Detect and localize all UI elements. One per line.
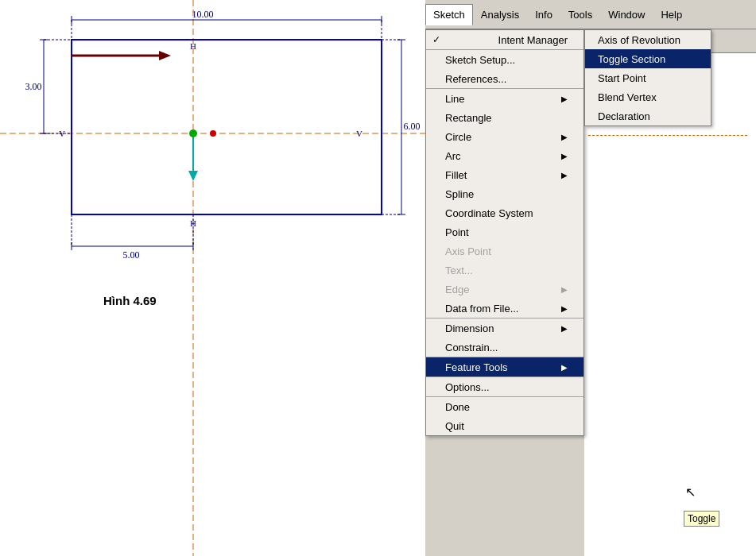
- svg-text:3.00: 3.00: [25, 81, 42, 92]
- menu-feature-tools[interactable]: Feature Tools ▶: [426, 357, 583, 376]
- tooltip-toggle: Toggle: [684, 511, 719, 527]
- menu-fillet[interactable]: Fillet ▶: [426, 165, 583, 184]
- menu-line[interactable]: Line ▶: [426, 89, 583, 108]
- svg-text:H: H: [190, 218, 196, 228]
- submenu-start-point[interactable]: Start Point: [585, 68, 711, 87]
- menu-done[interactable]: Done: [426, 397, 583, 416]
- menu-quit[interactable]: Quit: [426, 416, 583, 435]
- right-dashed-line: [588, 135, 747, 136]
- submenu-declaration[interactable]: Declaration: [585, 106, 711, 125]
- menu-section-4: Dimension ▶ Constrain...: [426, 319, 583, 357]
- menu-arc[interactable]: Arc ▶: [426, 146, 583, 165]
- svg-point-35: [189, 129, 197, 137]
- svg-point-36: [210, 130, 216, 137]
- menu-section-7: Done Quit: [426, 397, 583, 435]
- svg-marker-32: [159, 51, 171, 60]
- menu-options[interactable]: Options...: [426, 377, 583, 396]
- menu-dimension[interactable]: Dimension ▶: [426, 319, 583, 338]
- menu-section-2: Sketch Setup... References...: [426, 50, 583, 89]
- menu-section-6: Options...: [426, 377, 583, 397]
- svg-text:10.00: 10.00: [192, 9, 214, 20]
- svg-rect-2: [72, 40, 382, 214]
- menu-axis-point: Axis Point: [426, 241, 583, 261]
- menu-edge: Edge ▶: [426, 280, 583, 299]
- menu-analysis[interactable]: Analysis: [473, 4, 527, 25]
- feature-tools-submenu: Axis of Revolution Toggle Section Start …: [584, 29, 711, 126]
- menu-point[interactable]: Point: [426, 222, 583, 241]
- svg-text:V: V: [356, 129, 362, 138]
- menu-constrain[interactable]: Constrain...: [426, 338, 583, 357]
- submenu-blend-vertex[interactable]: Blend Vertex: [585, 87, 711, 106]
- menu-references[interactable]: References...: [426, 69, 583, 88]
- svg-text:H: H: [190, 41, 196, 51]
- menu-sketch-setup[interactable]: Sketch Setup...: [426, 50, 583, 69]
- menu-circle[interactable]: Circle ▶: [426, 127, 583, 146]
- svg-marker-34: [188, 171, 198, 181]
- menu-section-5: Feature Tools ▶: [426, 357, 583, 377]
- submenu-toggle-section[interactable]: Toggle Section: [585, 49, 711, 68]
- sketch-dropdown: ✓ Intent Manager Sketch Setup... Referen…: [425, 29, 584, 436]
- svg-text:V: V: [59, 129, 65, 138]
- right-panel: [584, 53, 756, 556]
- figure-caption: Hình 4.69: [103, 294, 157, 307]
- menu-sketch[interactable]: Sketch: [425, 4, 473, 25]
- menu-data-from-file[interactable]: Data from File... ▶: [426, 299, 583, 318]
- menu-text: Text...: [426, 261, 583, 280]
- svg-text:5.00: 5.00: [123, 249, 140, 261]
- menu-info[interactable]: Info: [527, 4, 560, 25]
- menu-section-3: Line ▶ Rectangle Circle ▶ Arc ▶ Fillet ▶…: [426, 89, 583, 319]
- menu-tools[interactable]: Tools: [560, 4, 600, 25]
- svg-text:6.00: 6.00: [404, 121, 421, 132]
- menu-bar: Sketch Analysis Info Tools Window Help: [425, 0, 756, 29]
- cursor: ↖: [685, 485, 696, 500]
- menu-intent-manager[interactable]: ✓ Intent Manager: [426, 30, 583, 49]
- menu-help[interactable]: Help: [653, 4, 690, 25]
- menu-section-1: ✓ Intent Manager: [426, 30, 583, 50]
- menu-rectangle[interactable]: Rectangle: [426, 108, 583, 127]
- canvas-area: 10.00 6.00 5.00 3.00 H H V V: [0, 0, 425, 556]
- menu-spline[interactable]: Spline: [426, 184, 583, 203]
- menu-coordinate-system[interactable]: Coordinate System: [426, 203, 583, 222]
- menu-window[interactable]: Window: [600, 4, 653, 25]
- submenu-axis-revolution[interactable]: Axis of Revolution: [585, 30, 711, 49]
